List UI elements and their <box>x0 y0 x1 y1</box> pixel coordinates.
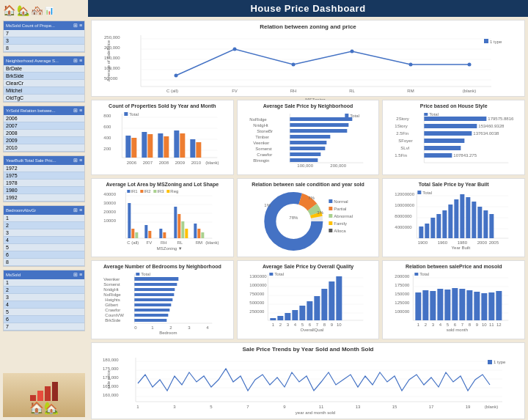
sidebar-yearbuilt-item-2[interactable]: 1978 <box>4 180 84 187</box>
sidebar-mssold-item-3[interactable]: 3 <box>4 37 84 45</box>
bar-sfoyer <box>425 139 465 143</box>
sidebar-yrsold-item-3[interactable]: 2009 <box>4 137 84 144</box>
st-x6: 11 <box>319 405 324 409</box>
sidebar-yearbuilt-item-0[interactable]: 1972 <box>4 165 84 172</box>
x-mo2: 2 <box>425 323 428 327</box>
x-mo9: 9 <box>476 323 479 327</box>
st-x3: 5 <box>210 405 213 409</box>
sidebar-bedroom-item-2[interactable]: 3 <box>4 229 84 237</box>
x-2008: 2008 <box>159 161 169 165</box>
trend-line <box>138 369 490 391</box>
y-axis-title: Average of SalePrice <box>106 40 111 81</box>
sidebar-yrsold-item-4[interactable]: 2010 <box>4 144 84 152</box>
sidebar-bedroom-item-6[interactable]: 8 <box>4 259 84 266</box>
sidebar-neighborhood-item-3[interactable]: Mitchel <box>4 87 84 95</box>
chart-total-yearbuilt-title: Total Sale Price by Year Built <box>386 182 521 187</box>
sidebar-yearbuilt-item-3[interactable]: 1980 <box>4 187 84 194</box>
x-q6: 6 <box>308 323 311 327</box>
sidebar-yrsold-item-1[interactable]: 2007 <box>4 122 84 130</box>
x-2007: 2007 <box>143 161 153 165</box>
sidebar-neighborhood-label: Neighborhood Average S... <box>6 59 59 63</box>
sidebar-yearbuilt-item-4[interactable]: 1992 <box>4 194 84 202</box>
x-mo3: 3 <box>432 323 435 327</box>
bar-2008 <box>158 133 163 158</box>
bar-q1 <box>270 318 276 320</box>
y-trend-axis: sale price <box>106 370 111 389</box>
sidebar-yrsold-item-0[interactable]: 2006 <box>4 115 84 122</box>
sidebar-neighborhood-item-2[interactable]: ClearCr <box>4 80 84 87</box>
sidebar-mssold2-item-4[interactable]: 5 <box>4 309 84 316</box>
sidebar-mssold-item-7[interactable]: 7 <box>4 30 84 37</box>
sidebar-section-mssold-header: MsSold Count of Prope... ⊞ ≡ <box>4 21 84 30</box>
zoning-line <box>176 49 469 75</box>
sidebar-neighborhood-item-0[interactable]: BrDate <box>4 65 84 73</box>
dp-fv <box>233 48 237 51</box>
bar-m5 <box>445 290 451 320</box>
sidebar-neighborhood-icons: ⊞ ≡ <box>73 58 82 64</box>
bar-rl-3 <box>181 221 184 238</box>
y-800: 800 <box>103 114 111 118</box>
oq-y5: 250000 <box>249 309 265 314</box>
sidebar-mssold2-item-5[interactable]: 6 <box>4 316 84 323</box>
sidebar-neighborhood-item-4[interactable]: OldTgC <box>4 95 84 102</box>
bar-call-3 <box>135 232 138 238</box>
x-mo11: 11 <box>489 323 494 327</box>
sidebar-mssold2-item-3[interactable]: 4 <box>4 301 84 309</box>
x-rh-lot: RH <box>161 240 167 245</box>
sidebar-bedroom-item-1[interactable]: 2 <box>4 222 84 229</box>
sidebar-section-yearbuilt: YearBuilt Total Sale Pric... ⊞ ≡ 1972 19… <box>3 155 85 202</box>
x-200k: 200,000 <box>330 163 346 168</box>
chart-avg-neighborhood: Average Sale Price by Neighborhood 100,0… <box>237 100 380 175</box>
bar-bn-9 <box>134 319 166 322</box>
legend-count-total <box>124 112 128 116</box>
chart-total-yearbuilt-svg: 12000000 10000000 8000000 4000000 <box>386 188 521 251</box>
donut-hole <box>279 207 308 236</box>
sidebar-mssold2-item-2[interactable]: 3 <box>4 294 84 301</box>
bar-m10 <box>482 293 488 320</box>
sidebar-bedroom-item-5[interactable]: 6 <box>4 251 84 259</box>
dashboard-title: House Price Dashboard <box>88 0 528 17</box>
chart-row-3: Average Number of Bedrooms by Neighborho… <box>91 260 525 339</box>
y-400: 400 <box>103 136 111 140</box>
sidebar-mssold-item-8[interactable]: 8 <box>4 45 84 52</box>
sidebar-bedroom-item-4[interactable]: 5 <box>4 244 84 251</box>
sidebar-section-mssold2-header: MsSold ⊞ ≡ <box>4 270 84 279</box>
bar-2009-2 <box>180 133 185 158</box>
oq-y2: 1000000 <box>249 283 267 287</box>
hs-label-1: 2Story <box>397 117 409 121</box>
chart-bedrooms-neighborhood-svg: 0 1 2 3 4 Bedroom Veenker Somerst NridgH… <box>95 270 230 333</box>
bar-rl-1 <box>174 207 177 238</box>
bar-veenker <box>290 141 326 144</box>
bar-m6 <box>452 288 458 320</box>
bar-m8 <box>467 290 473 320</box>
house-icon-3: 🏘️ <box>31 4 43 16</box>
house-icon-1: 🏠 <box>3 4 15 16</box>
x-mo10: 10 <box>482 323 487 327</box>
sidebar-mssold2-item-6[interactable]: 7 <box>4 323 84 331</box>
chart-zoning-price-svg: 250,000 200,000 150,000 100,000 50,000 <box>95 32 521 90</box>
bar-m9 <box>474 292 480 320</box>
sidebar-yrsold-list: 2006 2007 2008 2009 2010 <box>4 115 84 152</box>
st-x1: 1 <box>136 405 139 409</box>
sidebar-yrsold-item-2[interactable]: 2008 <box>4 130 84 137</box>
sidebar-mssold2-item-1[interactable]: 2 <box>4 287 84 294</box>
bar-2010 <box>190 139 195 158</box>
bar-m1 <box>416 292 422 320</box>
sidebar-neighborhood-item-1[interactable]: BrkSide <box>4 73 84 80</box>
xb-1: 1900 <box>418 240 428 245</box>
st-x7: 13 <box>356 405 361 409</box>
sidebar-yearbuilt-item-1[interactable]: 1975 <box>4 172 84 180</box>
st-y2: 175,000 <box>103 366 119 371</box>
hs-val-6: 107843.275 <box>454 153 477 158</box>
st-y3: 170,000 <box>103 375 119 380</box>
sidebar-bedroom-item-0[interactable]: 1 <box>4 215 84 222</box>
leg-family <box>329 221 332 225</box>
sidebar-mssold2-item-0[interactable]: 1 <box>4 279 84 287</box>
x-mo4: 4 <box>439 323 442 327</box>
leg-oq <box>269 273 273 276</box>
bar-2010-2 <box>196 142 201 158</box>
sidebar-bedroom-item-3[interactable]: 4 <box>4 237 84 244</box>
x-q7: 7 <box>315 323 318 327</box>
n-label-3: StoneBr <box>257 129 273 133</box>
x-label-rh: RH <box>290 89 297 93</box>
